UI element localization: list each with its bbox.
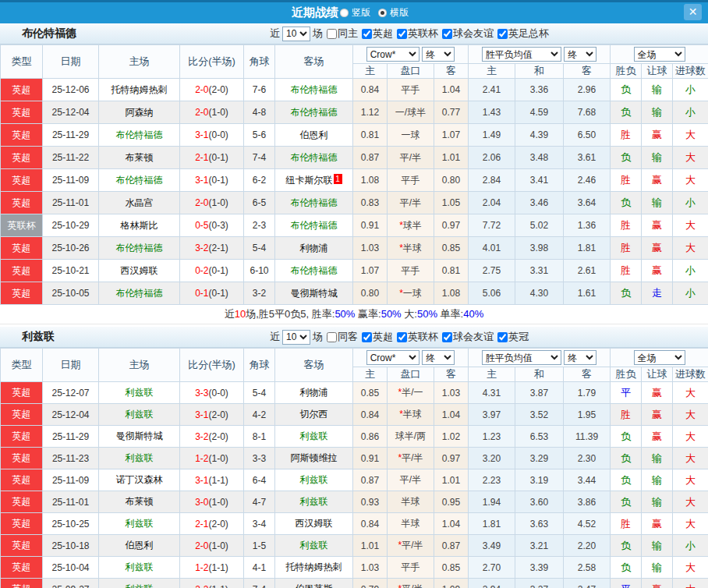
unit-label: 场	[313, 27, 323, 41]
avg-final-select[interactable]: 终	[564, 350, 596, 365]
radio-icon[interactable]	[340, 9, 349, 17]
section-bar: 布伦特福德 近 10 场 同主 英超英联杯球会友谊英足总杯	[0, 23, 708, 44]
goals-result: 大	[673, 124, 708, 147]
wdl-result: 负	[611, 282, 642, 305]
handicap-result: 赢	[642, 124, 673, 147]
scope-select[interactable]: 全场	[634, 47, 685, 62]
goals-result: 小	[673, 79, 708, 101]
summary-part: 40%	[463, 308, 483, 320]
away-team: 利物浦	[275, 237, 353, 260]
avg-home: 2.70	[469, 557, 515, 579]
match-date: 25-10-25	[43, 513, 99, 535]
avg-final-select[interactable]: 终	[564, 47, 596, 62]
avg-select[interactable]: 胜平负均值	[482, 350, 561, 365]
league-checkbox-input[interactable]	[442, 29, 452, 39]
fulltime-score: 2-0	[195, 84, 208, 95]
handicap-final-select[interactable]: 终	[422, 350, 455, 365]
league-checkbox[interactable]: 英超	[358, 330, 393, 344]
league-badge: 英联杯	[1, 214, 43, 237]
league-badge: 英超	[1, 491, 43, 513]
team-section: 利兹联 近 10 场 同客 英超英联杯球会友谊英冠	[0, 327, 708, 588]
home-team: 布伦特福德	[99, 237, 180, 260]
avg-away: 3.61	[564, 147, 611, 169]
fulltime-score: 3-1	[195, 475, 208, 486]
league-checkbox-input[interactable]	[362, 29, 372, 39]
league-checkbox-input[interactable]	[497, 332, 508, 342]
league-checkbox[interactable]: 英超	[358, 27, 393, 41]
league-checkbox-input[interactable]	[362, 332, 372, 342]
wdl-result: 胜	[611, 260, 642, 282]
avg-draw: 3.60	[515, 491, 564, 513]
odds-home: 0.86	[353, 426, 388, 448]
away-team: 利兹联	[275, 491, 353, 513]
avg-select[interactable]: 胜平负均值	[482, 47, 561, 62]
same-venue-checkbox[interactable]: 同主	[323, 27, 358, 41]
away-team: 西汉姆联	[275, 513, 353, 535]
odds-away: 1.09	[434, 579, 469, 588]
league-badge: 英超	[1, 426, 43, 448]
fulltime-score: 0-5	[195, 220, 208, 231]
bookmaker-select[interactable]: Crow*	[366, 350, 419, 365]
radio-icon[interactable]	[378, 9, 387, 17]
league-checkbox[interactable]: 英联杯	[393, 27, 438, 41]
home-team: 曼彻斯特城	[99, 426, 180, 448]
close-button[interactable]: ✕	[684, 4, 702, 20]
close-icon: ✕	[689, 5, 698, 18]
league-checkbox[interactable]: 球会友谊	[438, 27, 494, 41]
league-checkbox[interactable]: 英足总杯	[494, 27, 549, 41]
corner-score: 3-4	[244, 513, 275, 535]
match-date: 25-10-26	[43, 237, 99, 260]
avg-away: 3.64	[564, 192, 611, 214]
league-checkbox[interactable]: 球会友谊	[438, 330, 494, 344]
same-venue-checkbox-input[interactable]	[327, 29, 337, 39]
score-cell: 2-0(2-0)	[180, 79, 244, 101]
corner-score: 6-5	[244, 192, 275, 214]
league-checkbox-input[interactable]	[497, 29, 508, 39]
handicap-final-select[interactable]: 终	[422, 47, 455, 62]
handicap-line: 平手	[388, 169, 434, 192]
same-venue-checkbox-input[interactable]	[327, 332, 337, 342]
scope-select[interactable]: 全场	[634, 350, 685, 365]
match-count-select[interactable]: 10	[282, 330, 310, 345]
results-body: 英超 25-12-06 托特纳姆热刺 2-0(2-0) 7-6 布伦特福德 0.…	[1, 79, 708, 305]
away-team-name: 伯恩茅斯	[296, 583, 333, 588]
odds-away: 1.08	[434, 282, 469, 305]
avg-home: 2.06	[469, 147, 515, 169]
avg-home: 4.01	[469, 237, 515, 260]
table-row: 英超 25-11-22 布莱顿 2-1(0-1) 7-4 布伦特福德 0.87 …	[1, 147, 708, 169]
match-date: 25-12-04	[43, 101, 99, 124]
same-venue-checkbox[interactable]: 同客	[323, 330, 358, 344]
league-checkbox-input[interactable]	[397, 332, 407, 342]
goals-result: 大	[673, 579, 708, 588]
handicap-result: 赢	[642, 214, 673, 237]
bookmaker-select[interactable]: Crow*	[366, 47, 419, 62]
league-checkbox[interactable]: 英冠	[494, 330, 529, 344]
corner-score: 2-3	[244, 214, 275, 237]
fulltime-score: 2-1	[195, 519, 208, 530]
odds-away: 0.85	[434, 237, 469, 260]
league-checkbox-input[interactable]	[397, 29, 407, 39]
layout-radio-label: 横版	[390, 6, 409, 19]
avg-draw: 3.21	[515, 535, 564, 557]
goals-result: 大	[673, 237, 708, 260]
league-checkbox-input[interactable]	[442, 332, 452, 342]
goals-result: 大	[673, 404, 708, 426]
league-checkbox[interactable]: 英联杯	[393, 330, 438, 344]
match-count-select[interactable]: 10	[282, 27, 310, 41]
fulltime-score: 3-2	[195, 243, 208, 253]
corner-score: 7-4	[244, 147, 275, 169]
league-badge: 英超	[1, 469, 43, 491]
avg-away: 1.79	[564, 382, 611, 404]
avg-draw: 3.41	[515, 169, 564, 192]
avg-draw: 3.29	[515, 448, 564, 469]
layout-radio[interactable]: 横版	[378, 6, 409, 19]
odds-away: 0.95	[434, 491, 469, 513]
odds-home: 0.85	[353, 382, 388, 404]
corner-score: 6-4	[244, 469, 275, 491]
odds-away: 1.03	[434, 382, 469, 404]
layout-radio[interactable]: 竖版	[340, 6, 370, 19]
odds-away: 1.04	[434, 404, 469, 426]
page-title: 近期战绩	[292, 5, 338, 20]
score-cell: 2-1(2-0)	[180, 513, 244, 535]
away-team: 布伦特福德	[275, 79, 353, 101]
